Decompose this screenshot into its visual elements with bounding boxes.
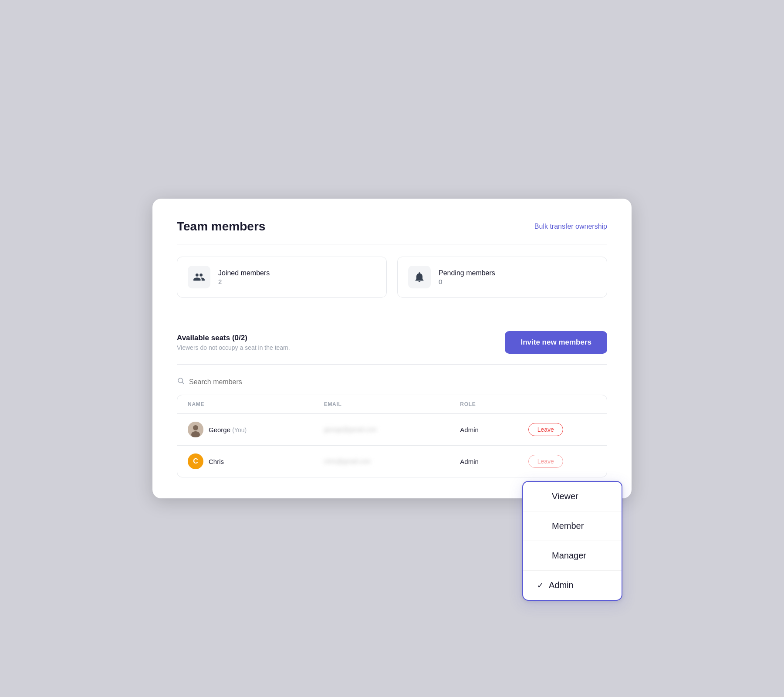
joined-members-info: Joined members 2 <box>218 269 270 285</box>
check-icon: ✓ <box>537 581 544 590</box>
chris-avatar: C <box>188 453 203 469</box>
members-table: NAME EMAIL ROLE George (You) george@gmai… <box>177 395 607 477</box>
seats-info: Available seats (0/2) Viewers do not occ… <box>177 334 290 351</box>
george-name-cell: George (You) <box>188 422 324 437</box>
dropdown-item-manager[interactable]: Manager <box>523 541 622 571</box>
chris-email: chris@gmail.com <box>324 458 460 465</box>
george-avatar <box>188 422 203 437</box>
viewer-label: Viewer <box>552 491 578 501</box>
pending-members-info: Pending members 0 <box>439 269 495 285</box>
col-action <box>528 401 596 407</box>
dropdown-item-viewer[interactable]: Viewer <box>523 482 622 511</box>
seats-divider <box>177 364 607 365</box>
joined-members-icon <box>188 266 210 288</box>
search-input[interactable] <box>189 378 320 386</box>
col-role: ROLE <box>460 401 528 407</box>
george-name: George (You) <box>209 426 247 433</box>
chris-role: Admin <box>460 458 528 465</box>
col-email: EMAIL <box>324 401 460 407</box>
dropdown-item-member[interactable]: Member <box>523 511 622 541</box>
search-row <box>177 377 607 387</box>
george-leave-button[interactable]: Leave <box>528 423 563 436</box>
bulk-transfer-link[interactable]: Bulk transfer ownership <box>534 223 607 230</box>
admin-label: Admin <box>549 580 574 590</box>
pending-members-label: Pending members <box>439 269 495 277</box>
table-row: George (You) george@gmail.com Admin Leav… <box>177 414 607 446</box>
role-dropdown: Viewer Member Manager ✓ Admin <box>522 481 622 601</box>
seats-title: Available seats (0/2) <box>177 334 290 342</box>
invite-members-button[interactable]: Invite new members <box>505 331 607 354</box>
seats-row: Available seats (0/2) Viewers do not occ… <box>177 322 607 364</box>
dropdown-item-admin[interactable]: ✓ Admin <box>523 571 622 600</box>
svg-point-3 <box>193 425 198 430</box>
col-name: NAME <box>188 401 324 407</box>
pending-members-count: 0 <box>439 278 495 285</box>
chris-action-cell: Leave Viewer Member Manager <box>528 455 596 468</box>
page-title: Team members <box>177 220 265 233</box>
search-icon <box>177 377 185 387</box>
george-you-label: (You) <box>232 426 247 433</box>
table-row: C Chris chris@gmail.com Admin Leave View… <box>177 446 607 477</box>
stats-divider <box>177 310 607 310</box>
george-email: george@gmail.com <box>324 426 460 433</box>
table-header: NAME EMAIL ROLE <box>177 395 607 414</box>
joined-members-card: Joined members 2 <box>177 257 387 298</box>
svg-line-1 <box>182 382 184 384</box>
manager-label: Manager <box>552 551 586 561</box>
member-label: Member <box>552 521 584 531</box>
george-role: Admin <box>460 426 528 433</box>
team-members-card: Team members Bulk transfer ownership Joi… <box>152 199 632 498</box>
stats-row: Joined members 2 Pending members 0 <box>177 257 607 298</box>
chris-name: Chris <box>209 458 224 465</box>
pending-members-card: Pending members 0 <box>397 257 607 298</box>
chris-leave-button[interactable]: Leave <box>528 455 563 468</box>
chris-name-cell: C Chris <box>188 453 324 469</box>
page-header: Team members Bulk transfer ownership <box>177 220 607 233</box>
pending-members-icon <box>408 266 431 288</box>
joined-members-count: 2 <box>218 278 270 285</box>
seats-subtitle: Viewers do not occupy a seat in the team… <box>177 344 290 351</box>
george-action-cell: Leave <box>528 423 596 436</box>
joined-members-label: Joined members <box>218 269 270 277</box>
header-divider <box>177 244 607 244</box>
